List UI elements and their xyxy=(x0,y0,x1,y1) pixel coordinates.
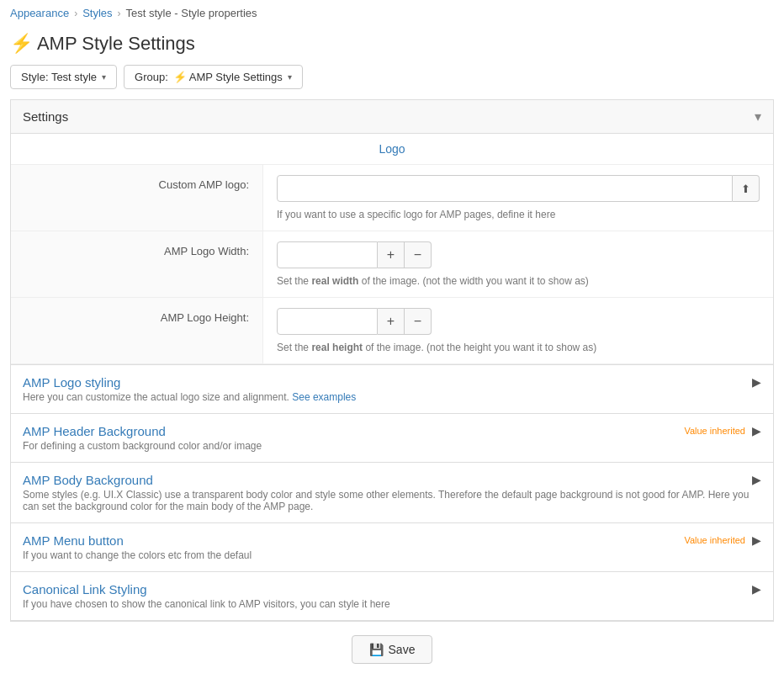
canonical-link-styling-header[interactable]: Canonical Link Styling If you have chose… xyxy=(11,572,773,620)
breadcrumb-sep-2: › xyxy=(118,8,121,19)
amp-logo-height-input[interactable] xyxy=(277,308,378,335)
amp-logo-width-field: + − Set the real width of the image. (no… xyxy=(263,231,773,297)
custom-amp-logo-label: Custom AMP logo: xyxy=(11,165,263,231)
amp-menu-button-desc: If you want to change the colors etc fro… xyxy=(23,549,684,561)
save-button[interactable]: 💾 Save xyxy=(352,635,433,664)
amp-header-background-title: AMP Header Background xyxy=(23,424,684,438)
custom-amp-logo-field: ⬆ If you want to use a specific logo for… xyxy=(263,165,773,231)
canonical-link-styling-expand-icon: ▶ xyxy=(752,582,761,596)
amp-header-background-expand-icon: ▶ xyxy=(752,424,761,437)
settings-header-title: Settings xyxy=(23,109,68,124)
plus-icon: + xyxy=(387,247,395,262)
amp-menu-button-header[interactable]: AMP Menu button If you want to change th… xyxy=(11,523,773,571)
custom-amp-logo-row: Custom AMP logo: ⬆ If you want to use a … xyxy=(11,165,773,231)
breadcrumb-sep-1: › xyxy=(74,8,77,19)
breadcrumb-styles[interactable]: Styles xyxy=(82,7,112,19)
canonical-link-styling-desc: If you have chosen to show the canonical… xyxy=(23,598,752,610)
amp-menu-button-inherited-badge: Value inherited xyxy=(684,535,745,545)
amp-menu-button-expand-icon: ▶ xyxy=(752,533,761,547)
amp-logo-width-input[interactable] xyxy=(277,241,378,268)
amp-logo-width-plus-button[interactable]: + xyxy=(378,241,405,268)
logo-section-header: Logo xyxy=(11,134,773,165)
amp-logo-width-label: AMP Logo Width: xyxy=(11,231,263,297)
group-dropdown-prefix: Group: xyxy=(135,71,168,83)
amp-header-background-header[interactable]: AMP Header Background For defining a cus… xyxy=(11,414,773,462)
page-title: ⚡ AMP Style Settings xyxy=(0,26,784,65)
style-dropdown[interactable]: Style: Test style ▾ xyxy=(10,65,117,89)
amp-body-background-desc: Some styles (e.g. UI.X Classic) use a tr… xyxy=(23,489,752,512)
amp-logo-height-label: AMP Logo Height: xyxy=(11,298,263,363)
amp-logo-height-input-group: + − xyxy=(277,308,760,335)
amp-logo-styling-expand-icon: ▶ xyxy=(752,375,761,389)
upload-button[interactable]: ⬆ xyxy=(733,175,760,202)
amp-logo-height-minus-button[interactable]: − xyxy=(405,308,432,335)
minus-icon: − xyxy=(414,247,421,262)
custom-amp-logo-input-group: ⬆ xyxy=(277,175,760,202)
amp-logo-height-plus-button[interactable]: + xyxy=(378,308,405,335)
floppy-icon: 💾 xyxy=(369,643,384,656)
settings-chevron-icon: ▾ xyxy=(755,109,761,125)
style-dropdown-label: Style: Test style xyxy=(21,71,97,83)
see-examples-link[interactable]: See examples xyxy=(292,391,356,403)
amp-body-background-section: AMP Body Background Some styles (e.g. UI… xyxy=(11,463,773,523)
save-bar: 💾 Save xyxy=(0,622,784,677)
amp-logo-styling-header[interactable]: AMP Logo styling Here you can customize … xyxy=(11,365,773,413)
plus-icon-2: + xyxy=(387,314,395,329)
amp-logo-styling-desc: Here you can customize the actual logo s… xyxy=(23,391,752,403)
amp-logo-width-help: Set the real width of the image. (not th… xyxy=(277,275,760,287)
custom-amp-logo-input[interactable] xyxy=(277,175,733,202)
amp-logo-height-help: Set the real height of the image. (not t… xyxy=(277,342,760,353)
settings-header[interactable]: Settings ▾ xyxy=(11,100,773,134)
upload-icon: ⬆ xyxy=(741,183,750,195)
amp-header-background-section: AMP Header Background For defining a cus… xyxy=(11,414,773,463)
amp-body-background-header[interactable]: AMP Body Background Some styles (e.g. UI… xyxy=(11,463,773,522)
amp-logo-width-row: AMP Logo Width: + − Set the real width o… xyxy=(11,231,773,298)
amp-logo-height-row: AMP Logo Height: + − Set the real height… xyxy=(11,298,773,364)
group-dropdown-arrow-icon: ▾ xyxy=(288,72,292,82)
breadcrumb-appearance[interactable]: Appearance xyxy=(10,7,69,19)
toolbar: Style: Test style ▾ Group: ⚡ AMP Style S… xyxy=(0,65,784,99)
save-button-label: Save xyxy=(389,643,416,656)
logo-section: Logo Custom AMP logo: ⬆ If you want to u… xyxy=(11,134,773,365)
group-dropdown-label: ⚡ AMP Style Settings xyxy=(173,71,283,83)
amp-logo-width-minus-button[interactable]: − xyxy=(405,241,432,268)
amp-logo-height-field: + − Set the real height of the image. (n… xyxy=(263,298,773,363)
amp-body-background-expand-icon: ▶ xyxy=(752,473,761,486)
minus-icon-2: − xyxy=(414,314,421,329)
amp-header-background-desc: For defining a custom background color a… xyxy=(23,440,684,452)
amp-header-background-inherited-badge: Value inherited xyxy=(684,426,745,436)
amp-body-background-title: AMP Body Background xyxy=(23,473,752,487)
canonical-link-styling-title: Canonical Link Styling xyxy=(23,582,752,597)
amp-logo-styling-title: AMP Logo styling xyxy=(23,375,752,390)
breadcrumb: Appearance › Styles › Test style - Style… xyxy=(0,0,784,26)
breadcrumb-current: Test style - Style properties xyxy=(126,7,257,19)
amp-logo-width-input-group: + − xyxy=(277,241,760,268)
amp-menu-button-title: AMP Menu button xyxy=(23,533,684,548)
settings-panel: Settings ▾ Logo Custom AMP logo: ⬆ If yo… xyxy=(10,99,774,622)
group-dropdown[interactable]: Group: ⚡ AMP Style Settings ▾ xyxy=(124,65,303,89)
canonical-link-styling-section: Canonical Link Styling If you have chose… xyxy=(11,572,773,621)
amp-logo-styling-section: AMP Logo styling Here you can customize … xyxy=(11,365,773,414)
custom-amp-logo-help: If you want to use a specific logo for A… xyxy=(277,209,760,220)
amp-menu-button-section: AMP Menu button If you want to change th… xyxy=(11,523,773,572)
style-dropdown-arrow-icon: ▾ xyxy=(102,72,106,82)
